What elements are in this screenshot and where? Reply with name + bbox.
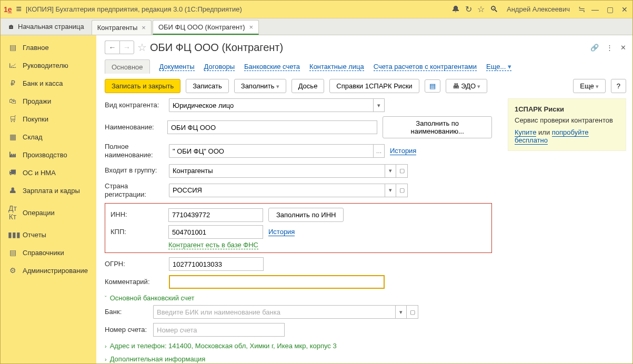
maximize-icon[interactable]: ▢ bbox=[605, 5, 615, 14]
close-icon[interactable]: ✕ bbox=[620, 5, 629, 14]
inn-kpp-box: ИНН: Заполнить по ИНН КПП: История Контр… bbox=[105, 203, 492, 253]
promo-buy-link[interactable]: Купите bbox=[515, 128, 536, 137]
save-button[interactable]: Записать bbox=[186, 79, 229, 93]
user-label[interactable]: Андрей Алексеевич bbox=[507, 5, 570, 13]
home-tab[interactable]: 🏠︎ Начальная страница bbox=[1, 18, 92, 35]
sidebar-item-label: Склад bbox=[23, 133, 43, 141]
close-content-icon[interactable]: ✕ bbox=[620, 44, 626, 52]
history-link[interactable]: История bbox=[390, 147, 416, 155]
bars-icon: ▮▮▮ bbox=[8, 230, 17, 239]
sidebar-item-label: ОС и НМА bbox=[23, 169, 56, 177]
chevron-right-icon: › bbox=[105, 343, 107, 349]
fullname-input[interactable] bbox=[169, 144, 373, 158]
bank-section-label: Основной банковский счет bbox=[110, 294, 195, 302]
section-link-bank-accounts[interactable]: Банковские счета bbox=[244, 63, 300, 71]
sidebar-item-bank[interactable]: ₽Банк и касса bbox=[1, 74, 96, 92]
minimize-icon[interactable]: — bbox=[590, 5, 600, 14]
sidebar-item-production[interactable]: 🏭︎Производство bbox=[1, 146, 96, 164]
sidebar-item-sales[interactable]: 🛍︎Продажи bbox=[1, 92, 96, 110]
inn-label: ИНН: bbox=[110, 210, 163, 219]
cart-icon: 🛒︎ bbox=[8, 115, 17, 123]
sidebar-item-main[interactable]: ▤Главное bbox=[1, 38, 96, 56]
sidebar-item-catalogs[interactable]: ▤Справочники bbox=[1, 244, 96, 261]
sidebar-item-manager[interactable]: 📈︎Руководителю bbox=[1, 56, 96, 74]
open-ref-icon[interactable]: ▢ bbox=[396, 164, 408, 178]
promo-or: или bbox=[538, 128, 550, 136]
spark-button[interactable]: Справки 1СПАРК Риски bbox=[329, 79, 419, 93]
content: ← → ☆ ОБИ ФЦ ООО (Контрагент) 🔗 ⋮ ✕ Осно… bbox=[96, 35, 632, 363]
tab-counterparties[interactable]: Контрагенты × bbox=[92, 20, 152, 35]
bank-label: Банк: bbox=[105, 308, 148, 316]
section-link-contracts[interactable]: Договоры bbox=[204, 63, 235, 71]
dropdown-icon[interactable]: ▾ bbox=[373, 98, 385, 112]
nav-forward-button[interactable]: → bbox=[119, 41, 134, 54]
more-button[interactable]: Еще bbox=[573, 79, 606, 93]
fill-button[interactable]: Заполнить bbox=[234, 79, 286, 93]
sidebar-item-label: Руководителю bbox=[23, 62, 68, 69]
sidebar-item-warehouse[interactable]: ▦Склад bbox=[1, 128, 96, 146]
bank-section-toggle[interactable]: ˇ Основной банковский счет bbox=[105, 294, 492, 302]
grid-icon: ▤ bbox=[8, 43, 17, 52]
sidebar-item-purchases[interactable]: 🛒︎Покупки bbox=[1, 110, 96, 128]
sidebar-item-label: Производство bbox=[23, 151, 67, 159]
home-label: Начальная страница bbox=[18, 23, 84, 31]
open-ref-icon[interactable]: ▢ bbox=[407, 305, 418, 319]
save-close-button[interactable]: Записать и закрыть bbox=[105, 79, 180, 93]
sidebar-item-label: Справочники bbox=[23, 249, 64, 257]
sidebar-item-payroll[interactable]: 👤︎Зарплата и кадры bbox=[1, 181, 96, 199]
comment-input[interactable] bbox=[169, 275, 385, 289]
history-link-kpp[interactable]: История bbox=[268, 228, 295, 236]
favorite-star-icon[interactable]: ☆ bbox=[137, 41, 147, 54]
bank-input[interactable] bbox=[153, 305, 395, 319]
dossier-button[interactable]: Досье bbox=[292, 79, 325, 93]
tab-close-icon[interactable]: × bbox=[249, 23, 253, 31]
dropdown-icon[interactable]: ▾ bbox=[385, 184, 396, 197]
fill-by-inn-button[interactable]: Заполнить по ИНН bbox=[268, 208, 344, 222]
file-icon-button[interactable]: ▤ bbox=[425, 79, 440, 93]
kebab-icon[interactable]: ⋮ bbox=[606, 44, 613, 52]
bell-icon[interactable]: 🔔︎ bbox=[451, 5, 460, 14]
acct-input[interactable] bbox=[153, 323, 285, 337]
inn-input[interactable] bbox=[168, 208, 263, 222]
tab-close-icon[interactable]: × bbox=[142, 24, 146, 32]
history-icon[interactable]: ↻ bbox=[465, 4, 472, 14]
group-input[interactable] bbox=[169, 164, 385, 178]
tab-label: ОБИ ФЦ ООО (Контрагент) bbox=[158, 23, 245, 31]
nav-back-button[interactable]: ← bbox=[105, 41, 119, 54]
fill-by-name-button[interactable]: Заполнить по наименованию... bbox=[383, 116, 492, 138]
name-input[interactable] bbox=[167, 120, 377, 134]
type-input[interactable] bbox=[169, 98, 373, 112]
search-icon[interactable]: 🔍︎ bbox=[490, 5, 498, 14]
sidebar-item-admin[interactable]: ⚙︎Администрирование bbox=[1, 261, 96, 279]
dropdown-icon[interactable]: ▾ bbox=[395, 305, 407, 319]
titlebar: 1e ≡ [КОПИЯ] Бухгалтерия предприятия, ре… bbox=[1, 1, 632, 18]
star-icon[interactable]: ☆ bbox=[477, 4, 485, 14]
ogrn-input[interactable] bbox=[169, 257, 264, 271]
fns-check-link[interactable]: Контрагент есть в базе ФНС bbox=[168, 241, 258, 249]
sidebar-item-label: Зарплата и кадры bbox=[23, 187, 80, 195]
edo-button[interactable]: 🖶 ЭДО bbox=[446, 79, 488, 93]
ellipsis-icon[interactable]: … bbox=[373, 144, 385, 158]
link-icon[interactable]: 🔗 bbox=[590, 44, 599, 52]
section-link-contacts[interactable]: Контактные лица bbox=[309, 63, 364, 71]
section-link-accounts[interactable]: Счета расчетов с контрагентами bbox=[374, 63, 477, 71]
sidebar-item-assets[interactable]: 🚚︎ОС и НМА bbox=[1, 164, 96, 181]
chevron-right-icon: › bbox=[105, 356, 107, 362]
settings-icon[interactable]: ≒ bbox=[578, 4, 585, 14]
sidebar-item-operations[interactable]: Дт КтОперации bbox=[1, 199, 96, 226]
book-icon: ▤ bbox=[8, 248, 17, 257]
sidebar-item-reports[interactable]: ▮▮▮Отчеты bbox=[1, 226, 96, 244]
kpp-input[interactable] bbox=[168, 225, 263, 239]
section-tab-main[interactable]: Основное bbox=[105, 59, 150, 74]
comment-label: Комментарий: bbox=[105, 278, 164, 286]
burger-icon[interactable]: ≡ bbox=[16, 4, 22, 15]
additional-section-toggle[interactable]: › Дополнительная информация bbox=[105, 355, 492, 363]
section-link-documents[interactable]: Документы bbox=[159, 63, 195, 71]
help-button[interactable]: ? bbox=[611, 79, 626, 93]
open-ref-icon[interactable]: ▢ bbox=[396, 184, 408, 197]
country-input[interactable] bbox=[169, 184, 385, 197]
address-section-toggle[interactable]: › Адрес и телефон: 141400, Московская об… bbox=[105, 342, 492, 350]
section-link-more[interactable]: Еще... bbox=[486, 63, 511, 71]
tab-counterparty-card[interactable]: ОБИ ФЦ ООО (Контрагент) × bbox=[153, 20, 259, 35]
dropdown-icon[interactable]: ▾ bbox=[385, 164, 396, 178]
